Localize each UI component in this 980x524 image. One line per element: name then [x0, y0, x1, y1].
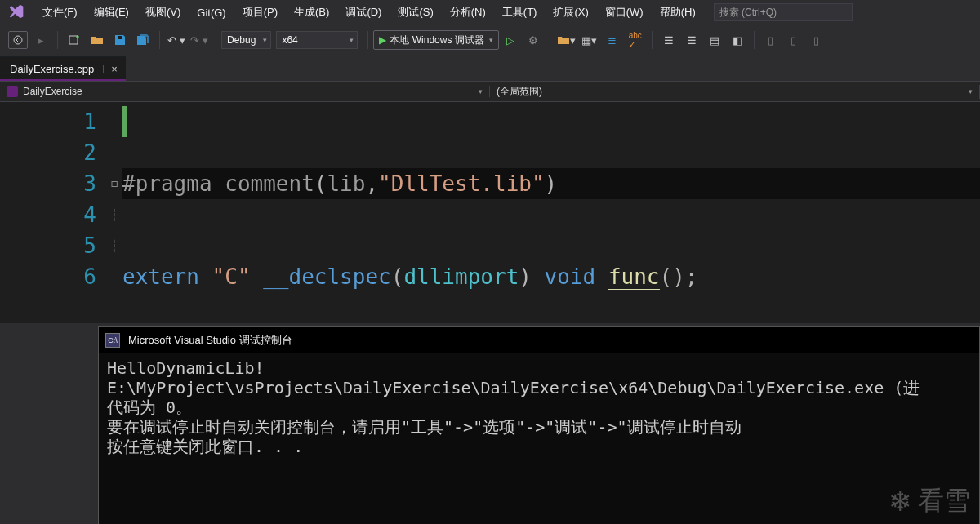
svg-rect-2: [118, 36, 122, 39]
console-output: HelloDynamicLib! E:\MyProject\vsProjects…: [99, 353, 979, 461]
snowflake-icon: ❄: [889, 485, 911, 517]
fold-column: ⊟ ┆┆: [106, 102, 122, 309]
nav-project-label: DailyExercise: [23, 86, 82, 97]
line-number: 3: [0, 168, 96, 199]
watermark-text: 看雪: [918, 483, 970, 519]
new-item-button[interactable]: [65, 30, 84, 50]
menu-tools[interactable]: 工具(T): [494, 2, 546, 23]
chevron-down-icon: ▾: [969, 87, 973, 95]
toolbar-sep: [550, 31, 550, 49]
nav-back-button[interactable]: [8, 31, 28, 49]
tb-misc-2-button[interactable]: ▯: [784, 30, 804, 50]
line-number: 6: [0, 261, 96, 292]
open-file-button[interactable]: [87, 30, 107, 50]
console-title-label: Microsoft Visual Studio 调试控制台: [128, 333, 292, 348]
tb-misc-3-button[interactable]: ▯: [807, 30, 826, 50]
undo-button[interactable]: ↶ ▾: [167, 30, 186, 50]
main-toolbar: ▸ ↶ ▾ ↷ ▾ Debug x64 ▶ 本地 Windows 调试器 ▾ ▷…: [0, 24, 980, 56]
svg-point-0: [14, 36, 22, 44]
attach-button[interactable]: ⚙: [523, 30, 543, 50]
toolbar-sep: [216, 31, 216, 49]
save-button[interactable]: [110, 30, 130, 50]
start-without-debug-button[interactable]: ▷: [501, 30, 520, 50]
menu-build[interactable]: 生成(B): [286, 2, 337, 23]
start-debug-button[interactable]: ▶ 本地 Windows 调试器 ▾: [373, 30, 498, 50]
save-all-button[interactable]: [133, 30, 153, 50]
redo-button[interactable]: ↷ ▾: [189, 30, 209, 50]
toolbar-sep: [652, 31, 653, 49]
debugger-label: 本地 Windows 调试器: [390, 33, 483, 47]
code-editor[interactable]: 1 2 3 4 5 6 ⊟ ┆┆ #pragma comment(lib,"Dl…: [0, 102, 980, 309]
watermark: ❄ 看雪: [889, 483, 970, 519]
file-tab-label: DailyExercise.cpp: [10, 63, 94, 75]
search-box[interactable]: 搜索 (Ctrl+Q): [714, 3, 853, 21]
play-icon: ▶: [379, 34, 386, 46]
menu-bar: 文件(F) 编辑(E) 视图(V) Git(G) 项目(P) 生成(B) 调试(…: [0, 0, 980, 24]
menu-edit[interactable]: 编辑(E): [86, 2, 137, 23]
file-tab-active[interactable]: DailyExercise.cpp ⟊ ×: [0, 56, 126, 81]
line-number: 2: [0, 137, 96, 168]
tb-bookmark-button[interactable]: ◧: [728, 30, 747, 50]
tb-comment-button[interactable]: ≣: [603, 30, 622, 50]
toolbar-sep: [57, 31, 58, 49]
pin-icon[interactable]: ⟊: [100, 64, 106, 73]
project-icon: [7, 86, 18, 97]
chevron-down-icon: ▾: [489, 36, 493, 44]
code-line: #pragma comment(lib,"DllTest.lib"): [122, 168, 980, 199]
toolbar-sep: [754, 31, 755, 49]
line-gutter: 1 2 3 4 5 6: [0, 102, 106, 309]
line-number: 1: [0, 106, 96, 137]
tb-folder-button[interactable]: ▾: [557, 30, 577, 50]
tb-abc-button[interactable]: abc✓: [626, 30, 645, 50]
menu-analyze[interactable]: 分析(N): [442, 2, 494, 23]
menu-test[interactable]: 测试(S): [390, 2, 441, 23]
menu-extensions[interactable]: 扩展(X): [545, 2, 596, 23]
toolbar-sep: [159, 31, 160, 49]
nav-forward-button[interactable]: ▸: [31, 30, 51, 50]
chevron-down-icon: ▾: [479, 87, 483, 95]
nav-bar: DailyExercise ▾ (全局范围) ▾: [0, 81, 980, 102]
code-area[interactable]: #pragma comment(lib,"DllTest.lib") exter…: [122, 102, 980, 309]
menu-window[interactable]: 窗口(W): [597, 2, 652, 23]
menu-project[interactable]: 项目(P): [234, 2, 286, 23]
fold-toggle[interactable]: ⊟: [106, 168, 122, 199]
menu-view[interactable]: 视图(V): [137, 2, 189, 23]
file-tab-row: DailyExercise.cpp ⟊ ×: [0, 56, 980, 81]
tb-indent-button[interactable]: ▤: [705, 30, 724, 50]
menu-git[interactable]: Git(G): [189, 3, 234, 22]
console-titlebar[interactable]: C:\ Microsoft Visual Studio 调试控制台: [99, 327, 979, 353]
nav-project-dropdown[interactable]: DailyExercise ▾: [0, 86, 490, 97]
platform-dropdown[interactable]: x64: [276, 31, 358, 49]
menu-debug[interactable]: 调试(D): [337, 2, 390, 23]
nav-scope-dropdown[interactable]: (全局范围) ▾: [490, 85, 980, 99]
code-line: extern "C" __declspec(dllimport) void fu…: [122, 261, 980, 292]
close-icon[interactable]: ×: [111, 63, 118, 75]
nav-scope-label: (全局范围): [497, 85, 542, 99]
vs-logo-icon: [8, 3, 26, 21]
line-number: 4: [0, 199, 96, 230]
tb-misc-1-button[interactable]: ▯: [761, 30, 781, 50]
tb-uncomment-button[interactable]: ☰: [682, 30, 702, 50]
console-icon: C:\: [105, 333, 120, 348]
debug-console-window[interactable]: C:\ Microsoft Visual Studio 调试控制台 HelloD…: [98, 326, 980, 524]
menu-help[interactable]: 帮助(H): [652, 2, 704, 23]
config-dropdown[interactable]: Debug: [221, 31, 271, 49]
tb-class-button[interactable]: ▦▾: [580, 30, 599, 50]
line-number: 5: [0, 230, 96, 261]
menu-file[interactable]: 文件(F): [34, 2, 86, 23]
toolbar-sep: [368, 31, 368, 49]
tb-comment-out-button[interactable]: ☰: [659, 30, 679, 50]
